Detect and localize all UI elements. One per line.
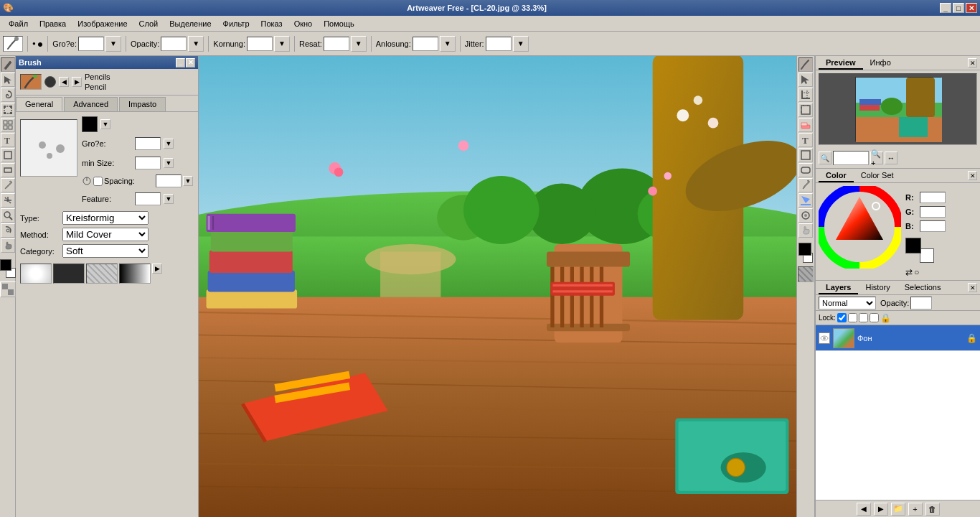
tab-preview[interactable]: Preview [819, 57, 863, 70]
zoom-input[interactable]: 33 [833, 151, 869, 165]
menu-filter[interactable]: Фильтр [217, 18, 255, 29]
brush-next-btn[interactable]: ▶ [72, 77, 82, 87]
brush-size-field[interactable]: 2 [135, 137, 161, 150]
tool-eyedrop2-btn[interactable] [798, 178, 813, 192]
brush-prev-btn[interactable]: ◀ [59, 77, 69, 87]
jitter-input[interactable]: 0 [486, 37, 512, 51]
tab-selections[interactable]: Selections [897, 281, 948, 294]
tool-select-arrow-btn[interactable] [798, 73, 813, 87]
rect-select-btn[interactable] [1, 148, 15, 162]
rotate-tool-btn[interactable] [1, 223, 15, 238]
pencil-tool-btn[interactable] [1, 57, 15, 72]
tool-pattern[interactable] [798, 266, 814, 282]
tool-transform2-btn[interactable] [798, 103, 813, 117]
resat-dropdown-btn[interactable]: ▼ [351, 36, 367, 52]
tab-color[interactable]: Color [819, 169, 854, 182]
brush-sample-2[interactable] [53, 264, 85, 284]
brush-samples-more-btn[interactable]: ▶ [152, 264, 162, 274]
delete-layer-btn[interactable]: 🗑 [925, 503, 940, 516]
preview-panel-close[interactable]: ✕ [968, 58, 977, 67]
opacity-input[interactable]: 100 [161, 37, 187, 51]
maximize-btn[interactable]: □ [953, 3, 964, 13]
lock-check-1[interactable] [837, 313, 847, 322]
tab-advanced[interactable]: Advanced [64, 97, 118, 111]
fg-color-swatch[interactable] [0, 259, 11, 271]
layers-scroll-right[interactable]: ▶ [874, 503, 888, 516]
opacity-dropdown-btn[interactable]: ▼ [188, 36, 204, 52]
brush-sample-4[interactable] [119, 264, 151, 284]
method-dropdown[interactable]: Mild Cover [62, 228, 149, 241]
layers-scroll-left[interactable]: ◀ [857, 503, 871, 516]
b-input[interactable]: 0 [920, 220, 946, 232]
layer-row-fon[interactable]: Фон 🔒 [816, 325, 980, 351]
tab-layers[interactable]: Layers [819, 281, 858, 294]
g-input[interactable]: 0 [920, 206, 946, 218]
menu-image[interactable]: Изображение [72, 18, 133, 29]
lock-icon[interactable]: 🔒 [880, 313, 891, 323]
minimize-btn[interactable]: _ [940, 3, 951, 13]
minsize-arrow[interactable]: ▼ [164, 158, 174, 168]
kornung-dropdown-btn[interactable]: ▼ [274, 36, 290, 52]
anlosung-input[interactable]: 0 [413, 37, 438, 51]
tool-rounded-btn[interactable] [798, 163, 813, 177]
tab-history[interactable]: History [858, 281, 897, 294]
zoom-out-btn[interactable]: 🔍 [819, 152, 831, 164]
tab-impasto[interactable]: Impasto [119, 97, 166, 111]
wand-tool-btn[interactable] [1, 193, 15, 208]
select-tool-btn[interactable] [1, 73, 15, 87]
menu-edit[interactable]: Правка [34, 18, 72, 29]
menu-window[interactable]: Окно [288, 18, 319, 29]
lock-check-3[interactable] [859, 313, 868, 322]
brush-color-btn[interactable] [82, 116, 98, 132]
anlosung-dropdown-btn[interactable]: ▼ [440, 36, 456, 52]
pattern-btn[interactable] [0, 281, 16, 297]
brush-icon-btn[interactable] [3, 36, 23, 52]
brush-panel-min-btn[interactable]: _ [176, 58, 185, 67]
menu-select[interactable]: Выделение [164, 18, 217, 29]
color-bg-swatch[interactable] [920, 248, 934, 263]
tool-rect2-btn[interactable] [798, 148, 813, 162]
canvas-area[interactable] [199, 56, 796, 517]
jitter-dropdown-btn[interactable]: ▼ [513, 36, 529, 52]
color-reset-btn[interactable]: ○ [914, 267, 919, 277]
tool-crop-btn[interactable] [798, 88, 813, 102]
spacing-arrow[interactable]: ▼ [183, 176, 193, 186]
close-btn[interactable]: ✕ [966, 3, 977, 13]
brush-panel-close-btn[interactable]: ✕ [186, 58, 195, 67]
layers-panel-close[interactable]: ✕ [968, 283, 977, 292]
brush-sample-3[interactable] [86, 264, 118, 284]
size-field-arrow[interactable]: ▼ [164, 139, 174, 149]
size-input[interactable]: 2 [78, 37, 104, 51]
resat-input[interactable]: 100 [324, 37, 349, 51]
lasso-tool-btn[interactable] [1, 88, 15, 102]
opacity-field[interactable]: 100 [910, 297, 932, 309]
color-swap-btn[interactable]: ⇄ [905, 267, 913, 277]
blend-mode-select[interactable]: Normal [819, 297, 876, 309]
menu-layer[interactable]: Слой [133, 18, 164, 29]
r-input[interactable]: 0 [920, 192, 946, 203]
lock-check-4[interactable] [870, 313, 879, 322]
menu-file[interactable]: Файл [3, 18, 34, 29]
tab-colorset[interactable]: Color Set [854, 169, 901, 182]
brush-sample-1[interactable] [20, 264, 52, 284]
rect-tool-btn[interactable] [1, 163, 15, 177]
tab-info[interactable]: Инфо [863, 57, 898, 70]
menu-view[interactable]: Показ [255, 18, 288, 29]
category-dropdown[interactable]: Soft [62, 244, 149, 258]
zoom-in-btn[interactable]: 🔍+ [870, 152, 883, 164]
hand-tool-btn[interactable] [1, 238, 15, 253]
color-panel-close[interactable]: ✕ [968, 171, 977, 180]
new-layer-btn[interactable]: + [908, 503, 923, 516]
new-group-btn[interactable]: 📁 [891, 503, 905, 516]
tool-fg-color[interactable] [798, 243, 811, 256]
grid-tool-btn[interactable] [1, 118, 15, 132]
eyedropper-tool-btn[interactable] [1, 178, 15, 192]
tool-fill-btn[interactable] [798, 193, 813, 208]
size-dropdown-btn[interactable]: ▼ [105, 36, 121, 52]
feature-arrow[interactable]: ▼ [164, 194, 174, 204]
brush-minsize-field[interactable]: 50 [135, 157, 161, 169]
text-tool-btn[interactable]: T [1, 133, 15, 147]
brush-feature-field[interactable]: 1 [135, 192, 161, 205]
layer-vis-btn[interactable] [819, 332, 830, 344]
tool-blur-btn[interactable] [798, 208, 813, 223]
